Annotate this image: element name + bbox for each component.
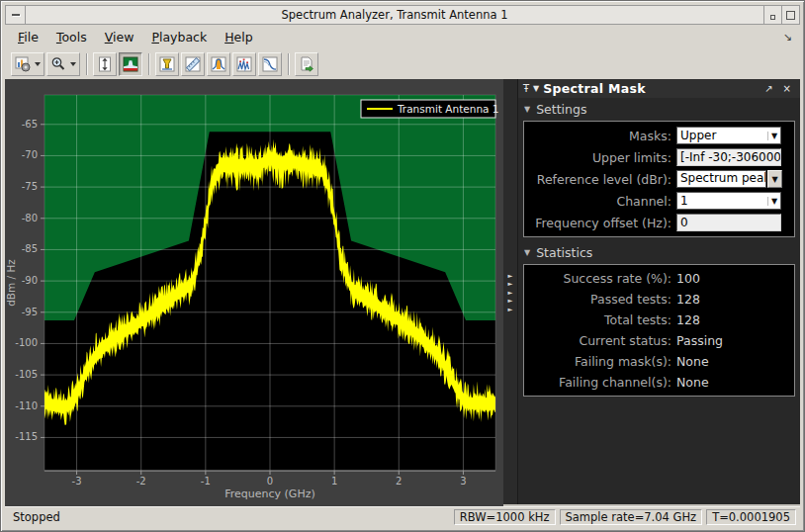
export-script-button[interactable] [295,52,318,76]
zoom-button[interactable] [46,52,80,76]
chevron-down-icon: ▼ [767,132,780,140]
reference-level-field: Reference level (dBr): Spectrum peak ▼ [528,168,790,190]
main-area: -3-2-10123-65-70-75-80-85-90-95-100-105-… [5,79,800,506]
svg-text:-110: -110 [15,400,38,411]
spectrum-plot-figure[interactable]: -3-2-10123-65-70-75-80-85-90-95-100-105-… [5,79,503,506]
spectrum-settings-icon [15,56,31,72]
svg-text:-1: -1 [201,476,211,487]
statistics-section-header[interactable]: ▼ Statistics [518,241,800,262]
menu-help[interactable]: Help [216,27,262,47]
spectral-mask-panel: Ŧ ▼ Spectral Mask ↗ × ▼ Settings Masks: … [517,79,800,506]
menubar: File Tools View Playback Help ↘ [5,25,800,49]
splitter-arrow-icon: ► [508,298,513,305]
splitter-arrow-icon: ► [508,307,513,313]
channel-measurements-button[interactable] [181,52,205,76]
rbw-indicator: RBW=1000 kHz [454,509,556,525]
svg-text:-65: -65 [22,119,38,130]
statistics-group: Success rate (%): 100 Passed tests: 128 … [523,264,795,397]
chevron-down-icon: ▼ [524,248,530,257]
y-axis-label: dBm / Hz [5,259,17,307]
collapse-icon[interactable]: ▼ [533,84,539,93]
spectral-mask-panel-header: Ŧ ▼ Spectral Mask ↗ × [518,79,800,98]
close-icon[interactable]: × [783,83,791,94]
spectral-mask-button[interactable] [119,52,142,76]
svg-text:-85: -85 [22,243,38,254]
spectrum-plot[interactable]: -3-2-10123-65-70-75-80-85-90-95-100-105-… [5,79,503,506]
svg-text:-100: -100 [15,337,38,348]
channel-field: Channel: 1 ▼ [528,190,790,212]
undock-icon[interactable]: ↗ [764,83,772,94]
svg-text:-70: -70 [22,149,38,160]
svg-text:-80: -80 [22,213,38,223]
svg-text:-90: -90 [22,275,38,286]
frequency-offset-input[interactable]: 0 [676,214,781,231]
masks-dropdown[interactable]: Upper ▼ [676,127,781,144]
failing-channels-row: Failing channel(s): None [528,372,790,393]
window-menu-icon [12,14,20,16]
menu-view[interactable]: View [96,27,143,47]
window-title: Spectrum Analyzer, Transmit Antenna 1 [26,6,763,24]
toolbar-separator [86,53,87,75]
panel-title: Spectral Mask [543,81,764,96]
spectral-mask-icon [123,56,138,72]
toolbar-separator [148,53,149,75]
menu-playback[interactable]: Playback [142,27,216,47]
svg-text:1: 1 [331,476,337,487]
dropdown-caret-icon [35,62,41,66]
svg-text:0: 0 [267,476,273,487]
occupied-bandwidth-button[interactable] [207,52,230,76]
svg-text:2: 2 [396,476,402,487]
reference-level-dropdown[interactable]: Spectrum peak [676,170,766,188]
channel-dropdown[interactable]: 1 ▼ [676,192,781,210]
status-state: Stopped [13,510,60,524]
titlebar: Spectrum Analyzer, Transmit Antenna 1 [5,5,800,25]
window-restore-button[interactable] [763,6,781,24]
distortion-measurements-button[interactable] [155,52,179,76]
restore-icon [770,15,775,20]
current-status-row: Current status: Passing [528,330,790,351]
window-maximize-button[interactable] [781,6,799,24]
settings-section-header[interactable]: ▼ Settings [518,98,800,119]
total-tests-row: Total tests: 128 [528,310,790,330]
peak-finder-button[interactable] [232,52,256,76]
ruler-icon [185,56,201,72]
fit-y-axis-button[interactable] [93,52,117,76]
menu-tools[interactable]: Tools [47,27,96,47]
svg-text:-3: -3 [72,476,82,487]
x-axis-label: Frequency (GHz) [224,488,314,500]
ccdf-measurements-button[interactable] [258,52,282,76]
statusbar: Stopped RBW=1000 kHz Sample rate=7.04 GH… [5,506,800,527]
window-menu-button[interactable] [6,6,26,24]
chevron-down-icon: ▼ [524,105,530,114]
masks-field: Masks: Upper ▼ [528,125,790,146]
distortion-measurements-icon [159,56,175,72]
failing-masks-row: Failing mask(s): None [528,351,790,372]
pin-icon[interactable]: Ŧ [523,83,529,94]
toolbar [5,49,800,79]
dropdown-caret-icon [70,62,76,66]
upper-limits-field: Upper limits: [-Inf -30;-3060000000 [528,146,790,168]
upper-limits-input[interactable]: [-Inf -30;-3060000000 [676,148,781,166]
splitter-arrow-icon: ► [508,273,513,280]
success-rate-row: Success rate (%): 100 [528,268,790,289]
time-indicator: T=0.0001905 [706,509,796,525]
settings-group: Masks: Upper ▼ Upper limits: [-Inf -30;-… [523,121,795,237]
dock-arrow-icon[interactable]: ↘ [783,31,792,44]
splitter-arrow-icon: ► [508,281,513,288]
maximize-icon [786,11,795,20]
fit-y-axis-icon [97,56,113,72]
spectrum-analyzer-window: Spectrum Analyzer, Transmit Antenna 1 Fi… [0,0,805,532]
chevron-down-icon[interactable]: ▼ [767,170,782,188]
legend-entry: Transmit Antenna 1 [397,103,499,115]
export-script-icon [299,56,314,72]
passed-tests-row: Passed tests: 128 [528,289,790,310]
toolbar-separator [288,53,289,75]
zoom-in-icon [50,56,66,72]
frequency-offset-field: Frequency offset (Hz): 0 [528,212,790,233]
spectrum-settings-button[interactable] [11,52,45,76]
panel-splitter[interactable]: ► ► ► ► ► [503,79,517,506]
ccdf-icon [262,56,278,72]
svg-text:-105: -105 [15,369,38,380]
menu-file[interactable]: File [9,27,47,47]
occupied-bandwidth-icon [211,56,226,72]
